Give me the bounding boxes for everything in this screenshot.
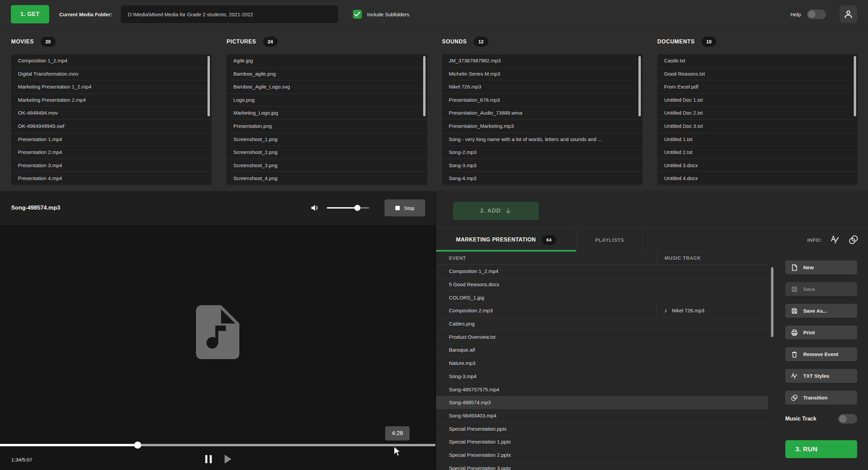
remove-event-button[interactable]: Remove Event <box>785 347 857 361</box>
table-row[interactable]: Cables.png <box>436 317 768 331</box>
table-row[interactable]: Special Presentation 3.pptx <box>436 462 768 470</box>
list-item[interactable]: Untitled Doc 1.txt <box>657 94 858 107</box>
tab-marketing-presentation[interactable]: MARKETING PRESENTATION 64 <box>436 228 576 251</box>
list-item[interactable]: Castle.txt <box>657 54 858 67</box>
list-item[interactable]: From Excel.pdf <box>657 80 858 94</box>
add-button[interactable]: 2. ADD <box>453 202 539 220</box>
list-item[interactable]: Presentation 3.mp4 <box>11 159 212 172</box>
list-item[interactable]: Untitled 3.docx <box>657 159 858 172</box>
new-button[interactable]: New <box>785 260 857 274</box>
volume-slider[interactable] <box>327 207 369 209</box>
print-button[interactable]: Print <box>785 326 857 339</box>
list-item[interactable]: Screenshoot_4.png <box>226 172 427 185</box>
list-scrollbar[interactable] <box>423 56 426 116</box>
list-item[interactable]: Untitled 1.txt <box>657 133 858 146</box>
table-row[interactable]: Song-58493403.mp4 <box>436 409 768 423</box>
seek-thumb[interactable] <box>134 442 141 449</box>
list-scrollbar[interactable] <box>854 56 856 116</box>
list-item[interactable]: Logo.png <box>226 94 427 107</box>
stop-button[interactable]: Stop <box>384 199 425 216</box>
event-cell: Song-485757575.mp4 <box>436 383 768 396</box>
media-column: DOCUMENTS 10 Castle.txtGood Reasons.txtF… <box>657 34 858 185</box>
table-row[interactable]: Song-498574.mp3 <box>436 396 768 409</box>
printer-icon <box>791 329 798 336</box>
txt-styles-button[interactable]: TXT Styles <box>785 369 857 383</box>
table-row[interactable]: 5 Good Reasons.docx <box>436 278 768 291</box>
user-account-button[interactable] <box>840 5 857 23</box>
table-row[interactable]: Song-3.mp4 <box>436 370 768 383</box>
list-item[interactable]: Presentation.png <box>226 120 427 133</box>
list-scrollbar[interactable] <box>208 56 210 116</box>
list-item[interactable]: Presentation_Audio_73888.wma <box>442 106 643 120</box>
list-item[interactable]: JM_37387987982.mp3 <box>442 54 643 67</box>
list-item[interactable]: Song-4.mp3 <box>442 172 643 185</box>
table-row[interactable]: Composition 2.mp3♪Nikel 726.mp3 <box>436 304 768 317</box>
list-item[interactable]: OK-4848484.mov <box>11 106 212 120</box>
list-item[interactable]: Michelin Series M.mp3 <box>442 67 643 81</box>
event-cell: Song-498574.mp3 <box>436 396 768 409</box>
list-item[interactable]: Composition 1_2.mp4 <box>11 54 212 67</box>
list-item[interactable]: Presentation_678.mp3 <box>442 94 643 107</box>
tab-playlists[interactable]: PLAYLISTS <box>576 228 643 251</box>
list-item[interactable]: Untitled 2.txt <box>657 146 858 159</box>
list-item[interactable]: Nikel 726.mp3 <box>442 80 643 94</box>
music-track-toggle[interactable] <box>838 414 857 424</box>
table-row[interactable]: Special Presentation.pptx <box>436 422 768 435</box>
list-item[interactable]: Presentation 2.mp4 <box>11 146 212 159</box>
get-button[interactable]: 1. GET <box>11 5 49 23</box>
list-item[interactable]: Agile.jpg <box>226 54 427 67</box>
play-button[interactable] <box>225 455 232 464</box>
list-item[interactable]: Presentation_Marketing.mp3 <box>442 120 643 133</box>
save-button[interactable]: Save <box>785 282 857 296</box>
include-subfolders-checkbox[interactable]: Include Subfolders <box>353 10 409 19</box>
user-icon <box>843 9 854 20</box>
top-bar: 1. GET Current Media Folder: Include Sub… <box>0 0 868 29</box>
txt-styles-info-button[interactable] <box>830 235 840 245</box>
run-button[interactable]: 3. RUN <box>785 440 857 458</box>
list-item[interactable]: Song-2.mp3 <box>442 146 643 159</box>
list-item[interactable]: Song-3.mp3 <box>442 159 643 172</box>
media-folder-path-input[interactable] <box>121 5 338 23</box>
list-item[interactable]: Song - very long name with a lot of word… <box>442 133 643 146</box>
save-as-button[interactable]: Save As... <box>785 304 857 318</box>
list-scrollbar[interactable] <box>638 56 641 116</box>
transport-controls <box>204 454 232 465</box>
list-item[interactable]: OK-4984949949.swf <box>11 120 212 133</box>
table-row[interactable]: Nature.mp3 <box>436 357 768 370</box>
table-row[interactable]: Special Presentation 1.pptx <box>436 435 768 449</box>
trash-icon <box>791 351 798 358</box>
event-table-scrollbar[interactable] <box>771 267 773 337</box>
transition-info-button[interactable] <box>848 235 859 245</box>
transition-button[interactable]: Transition <box>785 391 857 405</box>
help-toggle[interactable] <box>807 9 826 19</box>
table-row[interactable]: Song-485757575.mp4 <box>436 383 768 396</box>
seek-bar[interactable] <box>0 444 435 446</box>
list-item[interactable]: Marketing Presentation 1_2.mp4 <box>11 80 212 94</box>
list-item[interactable]: Bamboo_Agile_Logo.svg <box>226 80 427 94</box>
list-item[interactable]: Presentation 4.mp4 <box>11 172 212 185</box>
pause-button[interactable] <box>204 454 213 465</box>
list-item[interactable]: Digital Transformation.mov <box>11 67 212 81</box>
button-label: Save <box>803 286 815 292</box>
list-item[interactable]: Screenshoot_3.png <box>226 159 427 172</box>
table-row[interactable]: Special Presentation 2.pptx <box>436 449 768 462</box>
table-row[interactable]: Composition 1_2.mp4 <box>436 265 768 278</box>
table-row[interactable]: COLORS_1.jpg <box>436 291 768 304</box>
list-item[interactable]: Good Reasons.txt <box>657 67 858 81</box>
checkmark-icon <box>354 12 360 17</box>
list-item[interactable]: Untitled Doc 3.txt <box>657 120 858 133</box>
list-item[interactable]: Presentation 1.mp4 <box>11 133 212 146</box>
media-column: PICTURES 24 Agile.jpgBamboo_agile.pngBam… <box>226 34 427 185</box>
column-title: PICTURES <box>226 39 256 45</box>
volume-thumb[interactable] <box>354 205 360 211</box>
table-row[interactable]: Product Overview.txt <box>436 330 768 344</box>
list-item[interactable]: Screenshoot_1.png <box>226 133 427 146</box>
list-item[interactable]: Bamboo_agile.png <box>226 67 427 81</box>
list-item[interactable]: Marketing_Logo.jpg <box>226 106 427 120</box>
list-item[interactable]: Screenshoot_2.png <box>226 146 427 159</box>
list-item[interactable]: Marketing Presentation 2.mp4 <box>11 94 212 107</box>
list-item[interactable]: Untitled Doc 2.txt <box>657 106 858 120</box>
list-item[interactable]: Untitled 4.docx <box>657 172 858 185</box>
checkbox-checked-icon[interactable] <box>353 10 362 19</box>
table-row[interactable]: Baroque.aif <box>436 344 768 357</box>
